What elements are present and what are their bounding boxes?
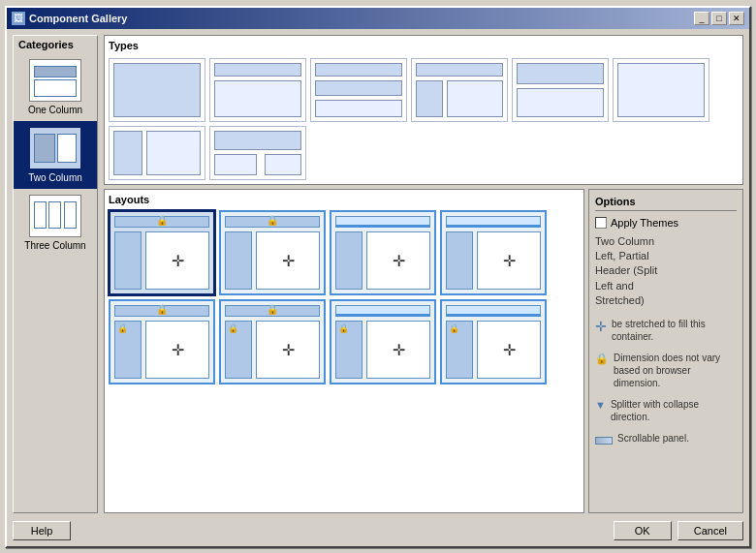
two-column-icon — [29, 127, 81, 169]
col-2 — [48, 201, 61, 229]
layouts-area: Layouts ✛ — [104, 189, 584, 513]
layouts-grid: ✛ 🔒 ✛ — [109, 210, 580, 384]
options-area: Options Apply Themes Two Column Left, Pa… — [588, 189, 743, 513]
type-8-left — [214, 154, 257, 175]
sidebar-item-three-column[interactable]: Three Column — [14, 189, 97, 257]
layouts-title: Layouts — [109, 194, 580, 205]
maximize-button[interactable]: □ — [711, 12, 727, 25]
component-gallery-window: 🖼 Component Gallery _ □ ✕ Categories — [5, 6, 751, 548]
type-4-right — [447, 80, 503, 117]
layout-7-right: ✛ — [366, 321, 430, 379]
legend-lock-text: Dimension does not vary based on browser… — [614, 352, 737, 389]
two-column-label: Two Column — [28, 172, 82, 183]
one-column-illustration — [34, 64, 77, 97]
types-area: Types — [104, 35, 743, 185]
layout-item-4[interactable]: ✛ — [440, 210, 547, 295]
layout-1-arrows: ✛ — [172, 251, 184, 269]
layout-6-right: ✛ — [256, 321, 320, 379]
type-7-left — [113, 131, 142, 175]
legend-splitter-text: Splitter with collapse direction. — [611, 398, 737, 423]
types-title: Types — [109, 40, 739, 51]
layout-6-left-lock: 🔒 — [228, 323, 238, 333]
type-item-3[interactable] — [310, 58, 407, 122]
legends-container: ✛ be stretched to fill this container. 🔒… — [595, 318, 737, 448]
type-item-8[interactable] — [209, 126, 306, 180]
legend-stretch: ✛ be stretched to fill this container. — [595, 318, 737, 343]
one-column-icon — [29, 59, 81, 102]
layout-item-6[interactable]: 🔒 ✛ 🔒 — [219, 299, 326, 384]
window-icon: 🖼 — [12, 12, 25, 25]
layout-8-arrows: ✛ — [503, 340, 516, 358]
apply-themes-row[interactable]: Apply Themes — [595, 217, 737, 229]
type-8-illus — [210, 127, 305, 179]
layout-5-right: ✛ — [145, 321, 209, 379]
type-item-5[interactable] — [512, 58, 609, 122]
layout-item-7[interactable]: 🔒 ✛ — [330, 299, 436, 384]
type-4-left — [416, 80, 443, 117]
legend-stretch-text: be stretched to fill this container. — [612, 318, 737, 343]
layout-item-2[interactable]: ✛ 🔒 — [219, 210, 326, 295]
layout-8-header — [446, 305, 541, 317]
layout-8-left-lock: 🔒 — [449, 323, 459, 333]
layout-2-right: ✛ — [256, 231, 320, 290]
type-item-2[interactable] — [209, 58, 306, 122]
layout-item-5[interactable]: 🔒 ✛ 🔒 — [109, 299, 215, 384]
layout-7-header — [335, 305, 430, 317]
title-bar: 🖼 Component Gallery _ □ ✕ — [7, 8, 749, 29]
ok-button[interactable]: OK — [614, 521, 672, 540]
layout-item-1[interactable]: ✛ 🔒 — [109, 210, 215, 295]
layout-7-left-lock: 🔒 — [338, 323, 349, 333]
scrollable-icon — [595, 433, 613, 445]
cancel-button[interactable]: Cancel — [677, 521, 743, 540]
layout-5-left-lock: 🔒 — [117, 323, 128, 333]
legend-scrollable: Scrollable panel. — [595, 432, 737, 445]
one-column-label: One Column — [28, 105, 82, 115]
title-bar-left: 🖼 Component Gallery — [12, 12, 127, 25]
layout-5-arrows: ✛ — [172, 340, 184, 358]
type-item-1[interactable] — [109, 58, 205, 122]
close-button[interactable]: ✕ — [729, 12, 744, 25]
types-row-2 — [109, 126, 739, 180]
layouts-row-2: 🔒 ✛ 🔒 — [109, 299, 580, 384]
lock-legend-icon: 🔒 — [595, 353, 609, 365]
layout-2-arrows: ✛ — [282, 251, 295, 269]
main-area: Categories One Column — [13, 35, 743, 513]
type-7-right — [146, 131, 201, 175]
scrollbar-indicator — [595, 437, 613, 445]
three-column-illustration — [34, 200, 77, 232]
apply-themes-label: Apply Themes — [611, 217, 678, 229]
type-item-7[interactable] — [109, 126, 205, 180]
left-col-block — [34, 134, 55, 163]
top-block — [34, 66, 77, 77]
layout-6-lock: 🔒 — [267, 304, 278, 315]
sidebar-item-one-column[interactable]: One Column — [14, 53, 97, 121]
type-5-illus — [513, 59, 608, 121]
apply-themes-checkbox[interactable] — [595, 217, 607, 229]
layout-item-3[interactable]: ✛ — [330, 210, 436, 295]
layout-7-arrows: ✛ — [393, 340, 405, 358]
legend-lock: 🔒 Dimension does not vary based on brows… — [595, 352, 737, 389]
layout-item-8[interactable]: 🔒 ✛ — [440, 299, 547, 384]
right-col-block — [57, 134, 77, 163]
bottom-bar: Help OK Cancel — [13, 517, 743, 540]
layout-3-header — [335, 216, 430, 228]
layout-description: Two Column Left, Partial Header (Split L… — [595, 234, 737, 309]
help-button[interactable]: Help — [13, 521, 71, 540]
type-item-6[interactable] — [613, 58, 709, 122]
sidebar-item-two-column[interactable]: Two Column — [14, 121, 97, 189]
type-8-right — [265, 154, 301, 175]
three-column-label: Three Column — [24, 240, 85, 251]
window-title: Component Gallery — [29, 13, 127, 24]
right-panel: Types — [104, 35, 743, 513]
type-8-top — [214, 131, 301, 150]
bottom-section: Layouts ✛ — [104, 189, 743, 513]
type-item-4[interactable] — [411, 58, 508, 122]
minimize-button[interactable]: _ — [694, 12, 709, 25]
type-1-illus — [110, 59, 205, 121]
type-4-header — [416, 63, 503, 77]
col-3 — [64, 201, 77, 229]
title-controls: _ □ ✕ — [694, 12, 744, 25]
layout-4-right: ✛ — [477, 231, 541, 290]
layout-4-left — [446, 231, 473, 290]
layout-5-left: 🔒 — [114, 321, 142, 379]
